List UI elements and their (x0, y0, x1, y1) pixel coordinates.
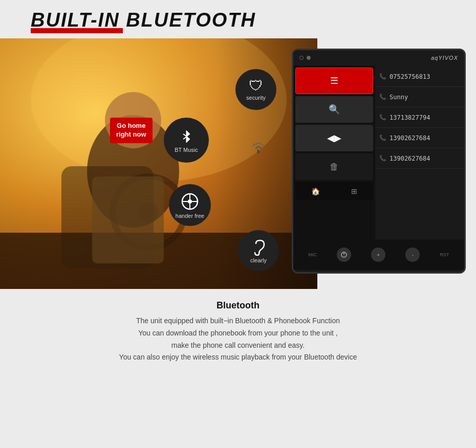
screen-left-buttons: ☰ 🔍 ◀▶ 🗑 🏠 (293, 65, 375, 239)
page-wrapper: BUILT-IN BLUETOOTH (0, 0, 476, 448)
bluetooth-icon (178, 128, 195, 145)
home-nav-icon[interactable]: 🏠 (311, 187, 320, 195)
screen-bottom-nav: 🏠 ⊞ (295, 182, 373, 200)
go-home-badge: Go home right now (110, 118, 153, 143)
contact-item-2[interactable]: 📞 Sunny (375, 87, 464, 107)
transfer-btn[interactable]: ◀▶ (295, 125, 373, 151)
screen-topbar: aqYIVOX (293, 50, 464, 65)
search-btn[interactable]: 🔍 (295, 96, 373, 123)
brand-text: aqYIVOX (431, 55, 458, 61)
phone-icon-4: 📞 (379, 135, 386, 141)
contact-number-4: 13902627684 (390, 135, 430, 142)
svg-point-8 (257, 151, 260, 153)
power-btn[interactable] (337, 248, 351, 262)
transfer-icon: ◀▶ (327, 132, 341, 144)
contact-item-3[interactable]: 📞 13713827794 (375, 107, 464, 128)
text-section: Bluetooth The unit equipped with built−i… (0, 289, 476, 374)
svg-rect-7 (92, 176, 164, 263)
bt-music-label: BT Music (175, 147, 198, 153)
clearly-label: clearly (250, 257, 267, 263)
dot-2 (307, 56, 311, 60)
phone-icon-5: 📞 (379, 155, 386, 162)
security-icon-circle: 🛡 security (235, 69, 276, 110)
title-banner: BUILT-IN BLUETOOTH (31, 9, 445, 33)
contact-item-1[interactable]: 📞 07525756813 (375, 66, 464, 87)
rst-label: RST (440, 252, 449, 257)
vol-down-btn[interactable]: - (405, 248, 420, 262)
phone-icon-2: 📞 (379, 94, 386, 100)
mic-label: MIC (309, 252, 317, 257)
screen-right-contacts: 📞 07525756813 📞 Sunny 📞 13713827794 (375, 65, 464, 239)
bluetooth-title: Bluetooth (31, 300, 445, 311)
svg-point-10 (188, 199, 192, 204)
phone-icon-1: 📞 (379, 73, 386, 80)
desc-line-3: make the phone call convenient and easy. (31, 340, 445, 352)
hander-free-label: hander free (176, 213, 204, 219)
go-home-line1: Go home (117, 122, 145, 129)
go-home-line2: right now (116, 130, 146, 138)
delete-icon: 🗑 (330, 162, 339, 172)
contact-number-3: 13713827794 (390, 114, 430, 121)
ear-icon (250, 238, 267, 256)
dot-1 (299, 56, 304, 60)
search-icon: 🔍 (329, 104, 340, 115)
vol-up-icon: + (377, 252, 380, 258)
desc-line-1: The unit equipped with built−in Bluetoot… (31, 315, 445, 327)
contact-number-2: Sunny (390, 94, 408, 101)
contact-item-5[interactable]: 📞 13902627684 (375, 148, 464, 169)
wifi-symbol (246, 133, 271, 161)
bluetooth-description: The unit equipped with built−in Bluetoot… (31, 315, 445, 364)
topbar-dots (299, 56, 311, 60)
contact-item-4[interactable]: 📞 13902627684 (375, 128, 464, 148)
grid-nav-icon[interactable]: ⊞ (351, 187, 357, 195)
security-label: security (246, 95, 266, 101)
header-section: BUILT-IN BLUETOOTH (0, 0, 476, 38)
screen-content: ☰ 🔍 ◀▶ 🗑 🏠 (293, 65, 464, 239)
desc-line-4: You can also enjoy the wireless music pl… (31, 351, 445, 364)
icons-overlay: 🛡 security BT Music (159, 38, 287, 289)
vol-up-btn[interactable]: + (371, 248, 385, 262)
desc-line-2: You can download the phonebook from your… (31, 327, 445, 340)
phone-icon-3: 📞 (379, 114, 386, 121)
clearly-icon-circle: clearly (238, 230, 279, 271)
security-symbol: 🛡 (249, 79, 263, 93)
page-title: BUILT-IN BLUETOOTH (31, 9, 256, 33)
contacts-btn[interactable]: ☰ (295, 68, 373, 94)
stereo-device: aqYIVOX ☰ 🔍 ◀▶ (292, 49, 466, 274)
delete-btn[interactable]: 🗑 (295, 153, 373, 180)
hander-free-icon-circle: hander free (169, 184, 211, 226)
main-image-section: Go home right now 🛡 security BT Music (0, 38, 476, 289)
contact-number-1: 07525756813 (390, 73, 430, 80)
bt-music-icon-circle: BT Music (164, 118, 209, 163)
steering-wheel-icon (180, 192, 200, 211)
contact-number-5: 13902627684 (390, 155, 430, 162)
stereo-screen: aqYIVOX ☰ 🔍 ◀▶ (293, 50, 464, 239)
stereo-bottom-controls: MIC + - RST (293, 239, 464, 270)
vol-down-icon: - (412, 252, 414, 258)
contacts-icon: ☰ (330, 75, 338, 86)
